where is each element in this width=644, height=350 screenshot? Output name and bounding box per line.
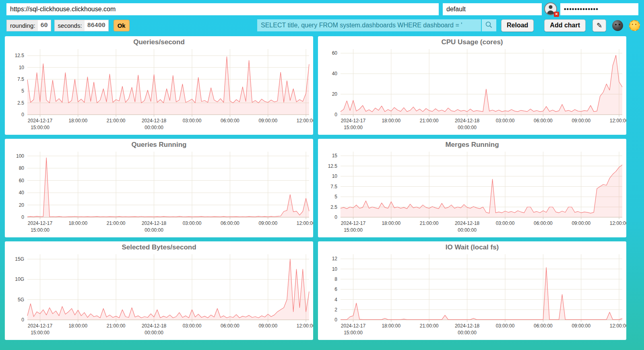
search-icon bbox=[485, 21, 493, 30]
svg-text:20: 20 bbox=[332, 91, 338, 97]
svg-text:12:00:00: 12:00:00 bbox=[297, 118, 313, 124]
svg-text:2024-12-17: 2024-12-17 bbox=[28, 118, 53, 124]
password-manager-icon[interactable]: ✕ bbox=[542, 2, 560, 16]
svg-text:20: 20 bbox=[19, 202, 25, 208]
svg-text:03:00:00: 03:00:00 bbox=[183, 118, 202, 124]
svg-text:2024-12-17: 2024-12-17 bbox=[28, 323, 53, 329]
chart-plot[interactable]: 0204060801002024-12-1715:00:0018:00:0021… bbox=[5, 139, 313, 237]
svg-text:15:00:00: 15:00:00 bbox=[344, 330, 363, 336]
dark-theme-toggle[interactable] bbox=[612, 20, 623, 31]
chart-card-queries-per-second: Queries/second 02.557.51012.52024-12-171… bbox=[5, 36, 313, 135]
svg-text:09:00:00: 09:00:00 bbox=[258, 118, 277, 124]
svg-text:15:00:00: 15:00:00 bbox=[31, 330, 50, 336]
svg-text:2024-12-18: 2024-12-18 bbox=[455, 323, 480, 329]
seconds-label: seconds: bbox=[58, 22, 82, 29]
svg-text:80: 80 bbox=[19, 165, 25, 171]
rounding-label: rounding: bbox=[10, 22, 35, 29]
chart-card-queries-running: Queries Running 0204060801002024-12-1715… bbox=[5, 139, 313, 237]
svg-text:21:00:00: 21:00:00 bbox=[107, 220, 126, 226]
svg-text:03:00:00: 03:00:00 bbox=[496, 323, 515, 329]
svg-text:40: 40 bbox=[19, 190, 25, 196]
svg-text:21:00:00: 21:00:00 bbox=[107, 118, 126, 124]
svg-text:00:00:00: 00:00:00 bbox=[458, 227, 477, 233]
svg-text:12: 12 bbox=[332, 256, 338, 261]
svg-text:06:00:00: 06:00:00 bbox=[221, 118, 239, 124]
username-input[interactable] bbox=[443, 3, 542, 15]
svg-text:8: 8 bbox=[334, 276, 337, 282]
svg-text:09:00:00: 09:00:00 bbox=[258, 323, 277, 329]
svg-text:12:00:00: 12:00:00 bbox=[610, 323, 626, 329]
svg-text:60: 60 bbox=[19, 178, 25, 183]
svg-text:2024-12-18: 2024-12-18 bbox=[142, 323, 167, 329]
rounding-control: rounding: 60 bbox=[6, 20, 51, 31]
svg-text:03:00:00: 03:00:00 bbox=[183, 220, 202, 226]
svg-text:2024-12-18: 2024-12-18 bbox=[455, 118, 480, 124]
svg-text:00:00:00: 00:00:00 bbox=[458, 330, 477, 336]
svg-text:60: 60 bbox=[332, 50, 338, 56]
svg-text:100: 100 bbox=[16, 153, 24, 159]
pencil-icon: ✎ bbox=[597, 22, 602, 29]
svg-text:15G: 15G bbox=[15, 256, 24, 262]
svg-text:06:00:00: 06:00:00 bbox=[534, 220, 553, 226]
reload-button[interactable]: Reload bbox=[501, 19, 534, 32]
svg-text:0: 0 bbox=[21, 317, 24, 323]
svg-text:2024-12-17: 2024-12-17 bbox=[341, 323, 366, 329]
light-theme-toggle[interactable] bbox=[629, 20, 640, 31]
charts-grid: Queries/second 02.557.51012.52024-12-171… bbox=[0, 31, 644, 340]
svg-text:00:00:00: 00:00:00 bbox=[458, 125, 477, 130]
ok-button[interactable]: Ok bbox=[114, 20, 130, 31]
svg-text:0: 0 bbox=[334, 317, 337, 323]
svg-text:2024-12-17: 2024-12-17 bbox=[28, 220, 53, 226]
chart-plot[interactable]: 05G10G15G2024-12-1715:00:0018:00:0021:00… bbox=[5, 241, 313, 340]
svg-text:18:00:00: 18:00:00 bbox=[68, 220, 87, 226]
svg-text:00:00:00: 00:00:00 bbox=[144, 227, 163, 233]
svg-text:18:00:00: 18:00:00 bbox=[382, 118, 400, 124]
svg-text:12.5: 12.5 bbox=[328, 163, 338, 169]
edit-button[interactable]: ✎ bbox=[592, 19, 606, 32]
svg-text:12:00:00: 12:00:00 bbox=[610, 118, 626, 124]
svg-text:0: 0 bbox=[21, 112, 24, 117]
svg-text:21:00:00: 21:00:00 bbox=[420, 118, 439, 124]
svg-text:0: 0 bbox=[21, 214, 24, 220]
svg-text:18:00:00: 18:00:00 bbox=[68, 118, 87, 124]
svg-text:09:00:00: 09:00:00 bbox=[572, 323, 590, 329]
svg-text:10: 10 bbox=[332, 266, 338, 272]
chart-plot[interactable]: 02040602024-12-1715:00:0018:00:0021:00:0… bbox=[318, 36, 626, 135]
chart-plot[interactable]: 02.557.51012.52024-12-1715:00:0018:00:00… bbox=[5, 36, 313, 135]
svg-text:12:00:00: 12:00:00 bbox=[297, 323, 313, 329]
chart-plot[interactable]: 02.557.51012.5152024-12-1715:00:0018:00:… bbox=[318, 139, 626, 237]
seconds-input[interactable]: 86400 bbox=[85, 20, 108, 31]
svg-text:40: 40 bbox=[332, 71, 338, 76]
svg-text:06:00:00: 06:00:00 bbox=[534, 323, 553, 329]
chart-card-cpu-usage: CPU Usage (cores) 02040602024-12-1715:00… bbox=[318, 36, 626, 135]
svg-text:15:00:00: 15:00:00 bbox=[31, 125, 50, 130]
svg-text:03:00:00: 03:00:00 bbox=[496, 118, 515, 124]
svg-text:15:00:00: 15:00:00 bbox=[344, 227, 363, 233]
svg-text:6: 6 bbox=[334, 286, 337, 292]
chart-card-selected-bytes: Selected Bytes/second 05G10G15G2024-12-1… bbox=[5, 241, 313, 340]
svg-text:7.5: 7.5 bbox=[330, 184, 337, 189]
svg-text:2024-12-18: 2024-12-18 bbox=[142, 118, 167, 124]
chart-card-merges-running: Merges Running 02.557.51012.5152024-12-1… bbox=[318, 139, 626, 237]
dashboard-query-input[interactable] bbox=[257, 19, 481, 31]
svg-text:00:00:00: 00:00:00 bbox=[144, 125, 163, 130]
svg-text:5G: 5G bbox=[18, 297, 24, 303]
svg-text:2024-12-18: 2024-12-18 bbox=[455, 220, 480, 226]
svg-text:18:00:00: 18:00:00 bbox=[382, 220, 400, 226]
url-input[interactable] bbox=[6, 3, 439, 15]
svg-text:03:00:00: 03:00:00 bbox=[183, 323, 202, 329]
svg-text:2024-12-17: 2024-12-17 bbox=[341, 220, 366, 226]
svg-text:2024-12-18: 2024-12-18 bbox=[142, 220, 167, 226]
svg-text:12:00:00: 12:00:00 bbox=[610, 220, 626, 226]
svg-text:2: 2 bbox=[334, 307, 337, 313]
run-query-button[interactable] bbox=[482, 19, 496, 31]
chart-plot[interactable]: 0246810122024-12-1715:00:0018:00:0021:00… bbox=[318, 241, 626, 340]
svg-text:4: 4 bbox=[334, 297, 337, 303]
password-input[interactable] bbox=[560, 3, 638, 15]
rounding-input[interactable]: 60 bbox=[38, 20, 51, 31]
svg-text:10G: 10G bbox=[15, 276, 24, 282]
svg-text:12.5: 12.5 bbox=[15, 53, 25, 58]
red-x-badge: ✕ bbox=[554, 12, 559, 17]
svg-text:21:00:00: 21:00:00 bbox=[420, 323, 439, 329]
add-chart-button[interactable]: Add chart bbox=[544, 19, 586, 32]
